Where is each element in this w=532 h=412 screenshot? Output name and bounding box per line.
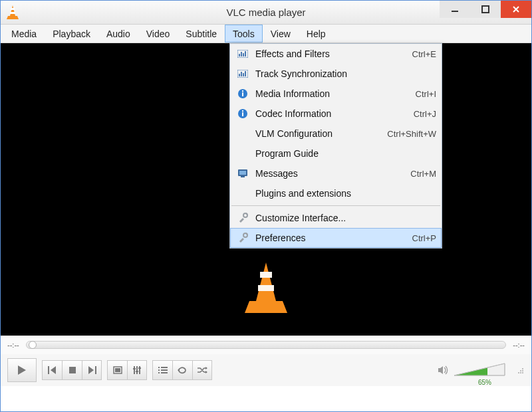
equalizer-icon: [235, 47, 250, 60]
menuitem-shortcut: Ctrl+Shift+W: [387, 129, 436, 139]
blank-icon: [235, 127, 250, 140]
resize-grip-icon[interactable]: [515, 365, 525, 375]
menuitem-plugins-and-extensions[interactable]: Plugins and extensions: [230, 183, 442, 203]
menuitem-messages[interactable]: Messages Ctrl+M: [230, 163, 442, 183]
menuitem-shortcut: Ctrl+P: [412, 233, 436, 243]
svg-rect-14: [243, 73, 244, 76]
svg-rect-17: [242, 92, 243, 96]
svg-rect-41: [161, 369, 168, 371]
menuitem-customize-interface[interactable]: Customize Interface...: [230, 208, 442, 228]
transport-group: [42, 360, 102, 380]
shuffle-button[interactable]: [192, 360, 212, 380]
menu-video[interactable]: Video: [138, 25, 178, 43]
svg-rect-20: [242, 112, 243, 116]
svg-rect-34: [139, 366, 140, 374]
menu-playback[interactable]: Playback: [45, 25, 98, 43]
menuitem-label: Media Information: [255, 88, 409, 99]
svg-rect-10: [245, 51, 246, 56]
seek-track[interactable]: [26, 341, 507, 349]
svg-point-50: [522, 372, 523, 373]
svg-rect-24: [241, 176, 245, 177]
info-icon: [235, 107, 250, 120]
minimize-button[interactable]: [440, 1, 470, 18]
playback-controls: 65%: [1, 354, 531, 386]
stop-button[interactable]: [62, 360, 82, 380]
previous-button[interactable]: [42, 360, 62, 380]
menuitem-codec-information[interactable]: Codec Information Ctrl+J: [230, 104, 442, 124]
menuitem-track-synchronization[interactable]: Track Synchronization: [230, 64, 442, 84]
svg-rect-38: [158, 367, 160, 368]
menuitem-label: Track Synchronization: [255, 68, 430, 79]
menuitem-shortcut: Ctrl+J: [414, 109, 436, 119]
menuitem-shortcut: Ctrl+M: [410, 169, 436, 179]
svg-rect-15: [245, 71, 246, 76]
extended-settings-button[interactable]: [127, 360, 147, 380]
menu-help[interactable]: Help: [299, 25, 334, 43]
blank-icon: [235, 147, 250, 160]
svg-rect-43: [161, 372, 168, 373]
svg-point-46: [520, 370, 521, 371]
monitor-icon: [235, 167, 250, 180]
menuitem-effects-and-filters[interactable]: Effects and Filters Ctrl+E: [230, 44, 442, 64]
menuitem-program-guide[interactable]: Program Guide: [230, 144, 442, 163]
maximize-button[interactable]: [470, 1, 501, 18]
svg-rect-35: [133, 368, 136, 369]
menu-view[interactable]: View: [263, 25, 299, 43]
vlc-cone-icon: [6, 5, 19, 20]
svg-rect-3: [482, 6, 489, 13]
loop-button[interactable]: [172, 360, 192, 380]
menuitem-label: Preferences: [255, 233, 406, 243]
play-button[interactable]: [7, 358, 37, 382]
svg-rect-5: [258, 285, 274, 291]
menuitem-label: Effects and Filters: [255, 49, 406, 59]
svg-rect-33: [136, 366, 138, 374]
menuitem-vlm-configuration[interactable]: VLM Configuration Ctrl+Shift+W: [230, 124, 442, 144]
svg-rect-29: [95, 366, 96, 374]
menu-media[interactable]: Media: [3, 25, 45, 43]
svg-rect-40: [158, 369, 160, 371]
svg-rect-27: [48, 366, 49, 374]
total-time: --:--: [513, 341, 525, 349]
svg-rect-0: [11, 8, 15, 10]
svg-rect-7: [239, 54, 240, 56]
svg-rect-1: [10, 12, 15, 14]
svg-rect-42: [158, 372, 160, 373]
volume-percent: 65%: [478, 379, 491, 386]
vlc-cone-background-icon: [243, 262, 289, 316]
menuitem-label: Customize Interface...: [255, 213, 430, 223]
svg-rect-36: [136, 371, 138, 372]
menu-subtitle[interactable]: Subtitle: [178, 25, 225, 43]
svg-point-45: [522, 368, 523, 369]
svg-rect-28: [69, 367, 76, 373]
menuitem-label: VLM Configuration: [255, 128, 380, 139]
menubar: Media Playback Audio Video Subtitle Tool…: [1, 25, 531, 43]
volume-control: 65%: [437, 361, 506, 379]
blank-icon: [235, 187, 250, 200]
svg-rect-4: [260, 272, 272, 278]
seek-handle[interactable]: [29, 341, 37, 349]
playlist-group: [152, 360, 212, 380]
fullscreen-button[interactable]: [107, 360, 127, 380]
tools-dropdown: Effects and Filters Ctrl+E Track Synchro…: [229, 43, 442, 249]
close-button[interactable]: [501, 1, 531, 18]
window-controls: [440, 1, 531, 18]
svg-rect-31: [115, 368, 120, 372]
menuitem-label: Program Guide: [255, 148, 430, 159]
menuitem-preferences[interactable]: Preferences Ctrl+P: [230, 228, 442, 248]
playlist-button[interactable]: [152, 360, 172, 380]
svg-rect-9: [243, 53, 244, 56]
next-button[interactable]: [82, 360, 102, 380]
svg-rect-8: [241, 52, 242, 56]
menu-audio[interactable]: Audio: [98, 25, 138, 43]
menuitem-media-information[interactable]: Media Information Ctrl+I: [230, 84, 442, 104]
speaker-icon[interactable]: [437, 365, 449, 375]
svg-rect-23: [239, 171, 246, 175]
elapsed-time: --:--: [7, 341, 19, 349]
menu-separator: [231, 205, 440, 206]
svg-rect-44: [454, 363, 487, 375]
view-group: [107, 360, 147, 380]
menu-tools[interactable]: Tools: [225, 25, 263, 43]
volume-slider[interactable]: [453, 361, 506, 379]
menuitem-shortcut: Ctrl+E: [412, 49, 436, 59]
svg-point-49: [520, 372, 521, 373]
